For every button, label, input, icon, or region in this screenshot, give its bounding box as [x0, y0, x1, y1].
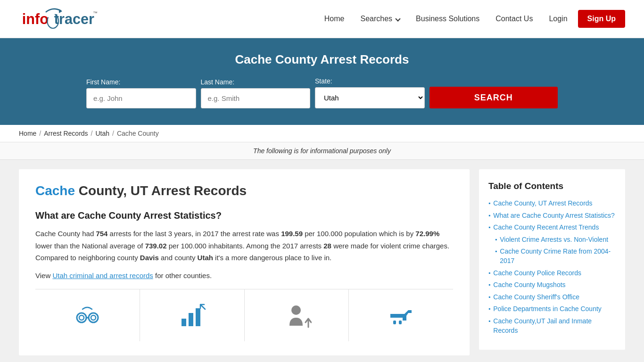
county2: Utah: [198, 254, 213, 262]
svg-text:™: ™: [93, 11, 97, 16]
last-name-label: Last Name:: [201, 78, 311, 86]
breadcrumb-home[interactable]: Home: [19, 130, 36, 137]
para-mid6: and county: [159, 254, 198, 262]
searches-chevron-icon: [395, 16, 400, 21]
toc-sub-link-2-1[interactable]: Cache County Crime Rate from 2004-2017: [500, 247, 616, 265]
svg-point-12: [291, 305, 301, 315]
para-mid3: lower than the National average of: [35, 242, 145, 250]
para-mid4: per 100.000 inhabitants. Among the 2017 …: [167, 242, 324, 250]
main-nav: Home Searches Business Solutions Contact…: [319, 10, 625, 28]
svg-point-6: [89, 313, 98, 322]
arrests-num: 754: [96, 230, 107, 238]
sidebar-toc: Table of Contents Cache County, UT Arres…: [479, 169, 625, 350]
view-more-text: View Utah criminal and arrest records fo…: [35, 272, 453, 280]
first-name-input[interactable]: [86, 88, 196, 108]
svg-rect-13: [393, 321, 396, 324]
toc-sub-item-2-0: Violent Crime Arrests vs. Non-Violent: [495, 235, 616, 245]
toc-item-4: Cache County Mugshots: [488, 280, 616, 290]
icons-row: [35, 289, 453, 341]
stats-paragraph: Cache County had 754 arrests for the las…: [35, 228, 453, 264]
main-container: Cache County, UT Arrest Records What are…: [0, 160, 644, 362]
toc-title: Table of Contents: [488, 181, 616, 191]
toc-item-0: Cache County, UT Arrest Records: [488, 199, 616, 208]
breadcrumb-sep1: /: [39, 130, 41, 137]
toc-link-7[interactable]: Cache County,UT Jail and Inmate Records: [493, 317, 616, 335]
toc-link-1[interactable]: What are Cache County Arrest Statistics?: [493, 211, 615, 221]
toc-link-3[interactable]: Cache County Police Records: [493, 269, 581, 278]
state-group: State: Utah: [315, 77, 425, 108]
toc-item-7: Cache County,UT Jail and Inmate Records: [488, 317, 616, 335]
svg-rect-9: [182, 319, 186, 326]
breadcrumb-sep2: /: [91, 130, 93, 137]
toc-list: Cache County, UT Arrest Records What are…: [488, 199, 616, 335]
first-name-label: First Name:: [86, 78, 196, 86]
toc-link-4[interactable]: Cache County Mugshots: [493, 280, 565, 290]
person-icon: [280, 299, 313, 332]
nav-home[interactable]: Home: [319, 11, 350, 27]
national-avg: 739.02: [145, 242, 167, 250]
signup-button[interactable]: Sign Up: [578, 10, 625, 28]
svg-text:tracer: tracer: [54, 11, 94, 27]
state-label: State:: [315, 77, 425, 85]
hero-section: Cache County Arrest Records First Name: …: [0, 38, 644, 125]
svg-point-5: [79, 315, 84, 320]
toc-link-5[interactable]: Cache County Sheriff's Office: [493, 293, 579, 302]
svg-rect-14: [399, 321, 402, 324]
toc-link-0[interactable]: Cache County, UT Arrest Records: [493, 199, 592, 208]
toc-link-6[interactable]: Police Departments in Cache County: [493, 304, 602, 314]
nav-contact[interactable]: Contact Us: [490, 11, 538, 27]
violent-num: 28: [323, 242, 331, 250]
svg-text:info: info: [22, 11, 49, 27]
para-mid2: per 100.000 population which is by: [303, 230, 415, 238]
svg-rect-11: [196, 308, 200, 326]
icon-chart: [140, 289, 245, 341]
breadcrumb-arrest-records[interactable]: Arrest Records: [44, 130, 88, 137]
toc-item-5: Cache County Sheriff's Office: [488, 293, 616, 302]
gun-icon: [385, 299, 418, 332]
disclaimer-bar: The following is for informational purpo…: [0, 142, 644, 160]
toc-sub-list-2: Violent Crime Arrests vs. Non-Violent Ca…: [488, 235, 616, 266]
breadcrumb-utah[interactable]: Utah: [96, 130, 110, 137]
site-header: info tracer ™ Home Searches Business Sol…: [0, 0, 644, 38]
search-button[interactable]: SEARCH: [429, 87, 558, 108]
toc-sub-link-2-0[interactable]: Violent Crime Arrests vs. Non-Violent: [500, 235, 608, 245]
icon-gun: [349, 289, 453, 341]
nav-login[interactable]: Login: [543, 11, 573, 27]
hero-title: Cache County Arrest Records: [19, 52, 625, 67]
logo[interactable]: info tracer ™: [19, 5, 99, 33]
pct: 72.99%: [415, 230, 439, 238]
heading-highlight: Cache: [35, 183, 75, 198]
icon-person: [245, 289, 349, 341]
rate-num: 199.59: [281, 230, 303, 238]
section-heading: What are Cache County Arrest Statistics?: [35, 210, 453, 221]
nav-searches[interactable]: Searches: [355, 11, 405, 27]
icon-handcuffs: [35, 289, 140, 341]
search-form: First Name: Last Name: State: Utah SEARC…: [86, 77, 558, 108]
breadcrumb: Home / Arrest Records / Utah / Cache Cou…: [0, 125, 644, 142]
page-heading: Cache County, UT Arrest Records: [35, 183, 453, 198]
svg-point-7: [91, 315, 96, 320]
para-end: it's a more dangerous place to live in.: [213, 254, 331, 262]
nav-business[interactable]: Business Solutions: [410, 11, 485, 27]
last-name-input[interactable]: [201, 88, 311, 108]
toc-item-2: Cache County Recent Arrest Trends: [488, 223, 616, 232]
svg-point-4: [77, 313, 86, 322]
heading-rest: County, UT Arrest Records: [75, 183, 247, 198]
last-name-group: Last Name:: [201, 78, 311, 108]
toc-item-3: Cache County Police Records: [488, 269, 616, 278]
chart-icon: [175, 299, 208, 332]
para-intro: Cache County had: [35, 230, 96, 238]
breadcrumb-cache-county: Cache County: [117, 130, 159, 137]
svg-rect-10: [189, 313, 193, 326]
toc-item-1: What are Cache County Arrest Statistics?: [488, 211, 616, 221]
first-name-group: First Name:: [86, 78, 196, 108]
state-select[interactable]: Utah: [315, 87, 425, 108]
breadcrumb-sep3: /: [112, 130, 114, 137]
toc-sub-item-2-1: Cache County Crime Rate from 2004-2017: [495, 247, 616, 265]
utah-records-link[interactable]: Utah criminal and arrest records: [52, 272, 153, 280]
toc-item-6: Police Departments in Cache County: [488, 304, 616, 314]
content-area: Cache County, UT Arrest Records What are…: [19, 169, 470, 355]
county1: Davis: [140, 254, 159, 262]
handcuffs-icon: [71, 299, 104, 332]
toc-link-2[interactable]: Cache County Recent Arrest Trends: [493, 223, 599, 232]
